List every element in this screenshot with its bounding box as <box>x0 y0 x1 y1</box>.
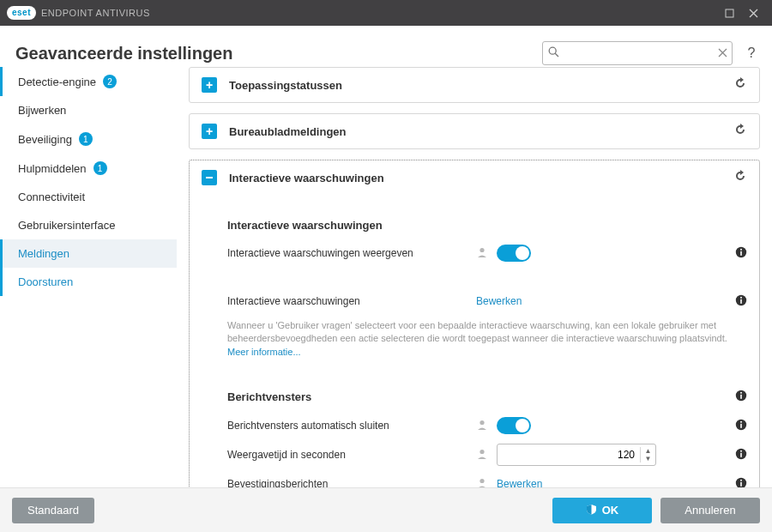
clear-icon[interactable] <box>713 47 732 60</box>
main-content: + Toepassingstatussen + Bureaubladmeldin… <box>185 67 772 487</box>
sidebar-item-connectiviteit[interactable]: Connectiviteit <box>0 183 177 211</box>
row-edit-alerts: Interactieve waarschuwingen Bewerken <box>227 288 747 314</box>
badge: 2 <box>103 75 117 88</box>
sidebar-item-label: Beveiliging <box>18 133 72 146</box>
display-time-field[interactable]: ▲ ▼ <box>497 444 656 466</box>
svg-point-12 <box>740 392 742 394</box>
search-field[interactable] <box>542 41 733 65</box>
sidebar-item-gebruikersinterface[interactable]: Gebruikersinterface <box>0 211 177 239</box>
brand-logo: eset <box>7 6 36 20</box>
row-label: Interactieve waarschuwingen weergeven <box>227 247 476 259</box>
svg-rect-8 <box>740 299 742 303</box>
sidebar-item-hulpmiddelen[interactable]: Hulpmiddelen 1 <box>0 154 177 183</box>
panel-toepassingstatussen[interactable]: + Toepassingstatussen <box>189 67 760 103</box>
footer: Standaard OK Annuleren <box>0 487 772 532</box>
sidebar-item-label: Hulpmiddelen <box>18 162 87 175</box>
info-icon[interactable] <box>727 477 747 487</box>
window-close-icon[interactable] <box>741 1 765 25</box>
window-maximize-icon[interactable] <box>717 1 741 25</box>
panel-title: Interactieve waarschuwingen <box>229 172 721 184</box>
sidebar-item-label: Detectie-engine <box>18 76 96 88</box>
svg-rect-15 <box>740 423 742 427</box>
svg-rect-0 <box>726 9 733 17</box>
sidebar-item-label: Meldingen <box>18 247 69 260</box>
row-show-alerts: Interactieve waarschuwingen weergeven <box>227 240 747 266</box>
edit-link[interactable]: Bewerken <box>497 478 542 487</box>
sidebar-item-label: Doorsturen <box>18 275 73 288</box>
svg-point-6 <box>740 248 742 250</box>
svg-rect-11 <box>740 395 742 399</box>
toggle-auto-close[interactable] <box>497 417 531 434</box>
svg-rect-5 <box>740 251 742 255</box>
panel-title: Bureaubladmeldingen <box>229 125 721 138</box>
svg-point-17 <box>479 450 484 454</box>
svg-rect-2 <box>206 177 213 178</box>
revert-icon[interactable] <box>733 76 747 94</box>
revert-icon[interactable] <box>733 123 747 140</box>
help-text: Wanneer u 'Gebruiker vragen' selecteert … <box>227 319 747 359</box>
sidebar-item-label: Bijwerken <box>18 104 66 117</box>
sidebar-item-doorsturen[interactable]: Doorsturen <box>0 268 177 296</box>
help-button[interactable]: ? <box>743 45 760 61</box>
user-icon <box>476 477 488 487</box>
svg-rect-19 <box>740 452 742 456</box>
sidebar-item-meldingen[interactable]: Meldingen <box>0 239 177 268</box>
badge: 1 <box>79 132 93 146</box>
info-icon[interactable] <box>727 448 747 462</box>
info-icon[interactable] <box>727 419 747 433</box>
svg-point-21 <box>479 479 484 483</box>
sidebar-item-label: Gebruikersinterface <box>18 219 115 232</box>
panel-bureaubladmeldingen[interactable]: + Bureaubladmeldingen <box>189 113 760 149</box>
info-icon[interactable] <box>727 246 747 261</box>
search-icon <box>543 46 564 60</box>
expand-icon[interactable]: + <box>202 77 217 93</box>
row-label: Berichtvensters automatisch sluiten <box>227 420 476 432</box>
svg-rect-23 <box>740 481 742 486</box>
spinner-down-icon[interactable]: ▼ <box>641 455 655 462</box>
row-label: Interactieve waarschuwingen <box>227 295 476 307</box>
default-button[interactable]: Standaard <box>12 498 94 523</box>
ok-button[interactable]: OK <box>552 498 652 523</box>
svg-point-9 <box>740 296 742 298</box>
svg-point-3 <box>479 247 484 251</box>
svg-point-16 <box>740 420 742 422</box>
user-icon <box>476 419 488 433</box>
edit-link[interactable]: Bewerken <box>476 295 522 307</box>
info-icon[interactable] <box>727 294 747 309</box>
section-heading-messages: Berichtvensters <box>227 390 747 404</box>
search-input[interactable] <box>564 47 713 59</box>
panel-interactieve-waarschuwingen: Interactieve waarschuwingen Interactieve… <box>189 160 760 487</box>
shield-icon <box>586 504 597 517</box>
info-icon[interactable] <box>735 390 747 404</box>
ok-label: OK <box>602 504 619 517</box>
sidebar-item-label: Connectiviteit <box>18 190 85 203</box>
svg-point-24 <box>740 479 742 481</box>
section-heading-label: Berichtvensters <box>227 390 311 403</box>
panel-title: Toepassingstatussen <box>229 79 721 92</box>
display-time-input[interactable] <box>498 449 640 461</box>
collapse-icon[interactable] <box>202 170 217 185</box>
brand: eset ENDPOINT ANTIVIRUS <box>7 6 150 20</box>
cancel-button[interactable]: Annuleren <box>660 498 760 523</box>
svg-point-13 <box>479 420 484 425</box>
svg-point-1 <box>549 47 556 54</box>
sidebar: Detectie-engine 2 Bijwerken Beveiliging … <box>0 67 185 487</box>
revert-icon[interactable] <box>733 169 747 186</box>
page-title: Geavanceerde instellingen <box>15 44 532 63</box>
more-info-link[interactable]: Meer informatie... <box>227 347 301 357</box>
titlebar: eset ENDPOINT ANTIVIRUS <box>0 0 772 26</box>
row-display-time: Weergavetijd in seconden ▲ ▼ <box>227 442 747 468</box>
user-icon <box>476 448 488 462</box>
expand-icon[interactable]: + <box>202 124 217 139</box>
sidebar-item-bijwerken[interactable]: Bijwerken <box>0 96 177 124</box>
spinner-up-icon[interactable]: ▲ <box>641 447 655 455</box>
badge: 1 <box>93 161 107 175</box>
sidebar-item-beveiliging[interactable]: Beveiliging 1 <box>0 124 177 154</box>
section-heading-alerts: Interactieve waarschuwingen <box>227 219 747 232</box>
row-confirm-messages: Bevestigingsberichten Bewerken <box>227 471 747 487</box>
panel-header[interactable]: Interactieve waarschuwingen <box>190 160 759 195</box>
toggle-show-alerts[interactable] <box>497 245 531 262</box>
help-text-body: Wanneer u 'Gebruiker vragen' selecteert … <box>227 320 727 343</box>
app-name: ENDPOINT ANTIVIRUS <box>41 8 150 18</box>
sidebar-item-detectie-engine[interactable]: Detectie-engine 2 <box>0 67 177 96</box>
